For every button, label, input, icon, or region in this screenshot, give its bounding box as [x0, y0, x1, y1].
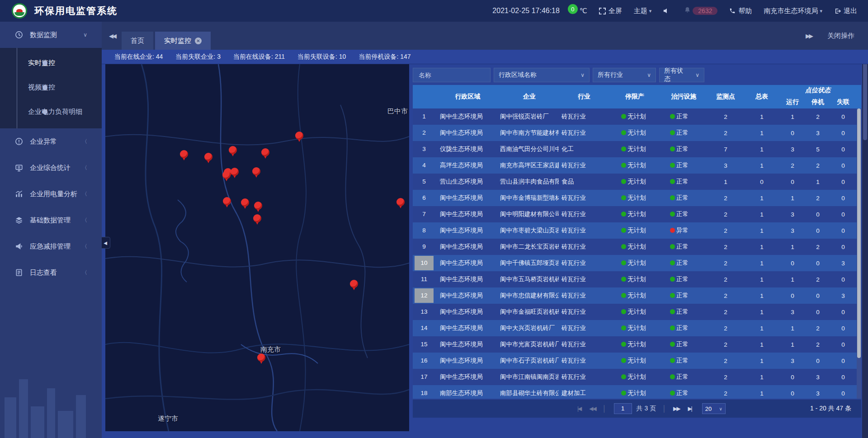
treatment-status-cell: 正常 — [660, 357, 708, 365]
status-dot-icon — [621, 309, 626, 314]
table-row[interactable]: 16阆中生态环境局阆中市石子页岩机砖厂砖瓦行业无计划正常21300 — [413, 353, 861, 369]
monitor-count-cell: 2 — [708, 260, 744, 267]
window-scrollbar[interactable] — [862, 22, 868, 438]
region-filter-select[interactable]: 行政区域名称∨ — [494, 68, 590, 82]
table-row[interactable]: 10阆中生态环境局阆中千佛镇五郎垭页岩砖瓦行业无计划正常21003 — [413, 255, 861, 271]
sidebar-subitem[interactable]: 实时监控 — [0, 51, 102, 75]
company-cell: 阆中明阳建材有限公司 — [500, 210, 559, 218]
table-row[interactable]: 3仪陇生态环境局西南油气田分公司川中化工无计划正常71350 — [413, 141, 861, 157]
map-panel[interactable]: 巴中市南充市遂宁市 — [105, 64, 409, 431]
tabs-scroll-left-button[interactable]: ◀◀ — [109, 33, 115, 39]
monitor-count-cell: 2 — [708, 113, 744, 120]
table-row[interactable]: 18南部生态环境局南部县砌华土砖有限公建材加工无计划正常21030 — [413, 385, 861, 399]
monitor-count-cell: 7 — [708, 146, 744, 153]
sidebar-item-3[interactable]: 企业综合统计〈 — [0, 155, 102, 181]
table-row[interactable]: 9阆中生态环境局阆中市二龙长宝页岩砖砖瓦行业无计划正常21120 — [413, 239, 861, 255]
limit-status-cell: 无计划 — [609, 259, 660, 267]
limit-status-cell: 无计划 — [609, 129, 660, 137]
row-number: 17 — [413, 370, 435, 384]
logout-button[interactable]: 退出 — [834, 7, 857, 15]
limit-status-cell: 无计划 — [609, 357, 660, 365]
notifications-button[interactable]: 2632 — [684, 7, 717, 15]
map-pin[interactable] — [223, 197, 232, 206]
prev-page-button[interactable]: ◀◀ — [589, 405, 595, 412]
sidebar-item-2[interactable]: 企业异常〈 — [0, 128, 102, 155]
theme-menu[interactable]: 主题▾ — [634, 7, 652, 15]
first-page-button[interactable]: |◀ — [577, 405, 581, 412]
company-cell: 营山县润丰肉食品有限 — [500, 178, 559, 186]
map-pin[interactable] — [252, 167, 261, 176]
fullscreen-button[interactable]: 全屏 — [599, 7, 622, 15]
tab-实时监控[interactable]: 实时监控✕ — [155, 32, 211, 50]
map-pin[interactable] — [261, 148, 270, 157]
page-number-input[interactable]: 1 — [614, 403, 632, 414]
status-dot-icon — [621, 342, 626, 347]
map-pin[interactable] — [180, 150, 189, 159]
close-icon[interactable]: ✕ — [195, 38, 202, 44]
map-pin[interactable] — [254, 202, 263, 211]
table-row[interactable]: 2阆中生态环境局阆中市南方节能建材有砖瓦行业无计划正常21030 — [413, 125, 861, 141]
last-page-button[interactable]: ▶| — [688, 405, 691, 412]
sidebar-subitem[interactable]: 企业电力负荷明细 — [0, 99, 102, 124]
table-row[interactable]: 13阆中生态环境局阆中市金福旺页岩机砖砖瓦行业无计划正常21300 — [413, 304, 861, 320]
map-pin[interactable] — [257, 353, 266, 363]
map-pin[interactable] — [350, 280, 359, 289]
lost-count-cell: 0 — [830, 113, 856, 120]
help-button[interactable]: 帮助 — [729, 7, 752, 15]
status-dot-icon — [670, 114, 675, 119]
monitor-count-cell: 2 — [708, 390, 744, 397]
bell-icon — [684, 7, 691, 15]
map-pin[interactable] — [229, 146, 238, 155]
row-number: 9 — [413, 240, 435, 254]
table-row[interactable]: 12阆中生态环境局阆中市忠信建材有限公砖瓦行业无计划正常21003 — [413, 287, 861, 304]
tabs-scroll-right-button[interactable]: ▶▶ — [806, 33, 812, 39]
status-dot-icon — [621, 163, 626, 168]
stopped-count-cell: 0 — [805, 358, 830, 364]
sidebar-item-6[interactable]: 应急减排管理〈 — [0, 233, 102, 259]
sidebar-item-4[interactable]: 企业用电量分析〈 — [0, 181, 102, 207]
status-dot-icon — [621, 195, 626, 200]
status-filter-select[interactable]: 所有状态∨ — [659, 68, 704, 82]
table-row[interactable]: 15阆中生态环境局阆中市光富页岩机砖厂砖瓦行业无计划正常21120 — [413, 336, 861, 353]
sidebar-item-7[interactable]: 日志查看〈 — [0, 259, 102, 286]
table-scrollbar[interactable] — [857, 108, 861, 399]
map-pin[interactable] — [241, 198, 250, 207]
map-pin[interactable] — [204, 153, 213, 162]
table-row[interactable]: 7阆中生态环境局阆中明阳建材有限公司砖瓦行业无计划正常21300 — [413, 206, 861, 222]
row-number: 6 — [413, 191, 435, 205]
sidebar-item-1[interactable]: 数据监测∨ — [0, 22, 102, 48]
org-menu[interactable]: 南充市生态环境局▾ — [764, 7, 822, 15]
table-row[interactable]: 6阆中生态环境局阆中市金博瑞新型墙材砖瓦行业无计划正常21120 — [413, 190, 861, 206]
mute-button[interactable] — [663, 8, 672, 14]
map-pin[interactable] — [222, 171, 231, 180]
name-filter-input[interactable] — [418, 71, 486, 79]
stopped-count-cell: 0 — [805, 260, 830, 267]
map-city-label: 南充市 — [260, 345, 281, 354]
map-pin[interactable] — [295, 132, 304, 141]
table-row[interactable]: 1阆中生态环境局阆中强锐页岩砖厂砖瓦行业无计划正常21120 — [413, 108, 861, 125]
running-count-cell: 1 — [780, 244, 805, 250]
close-operations-button[interactable]: 关闭操作 — [827, 32, 854, 40]
table-row[interactable]: 8阆中生态环境局阆中市枣碧大梁山页岩砖瓦行业无计划异常21300 — [413, 222, 861, 239]
horn-icon — [14, 242, 24, 251]
next-page-button[interactable]: ▶▶ — [673, 405, 679, 412]
row-number: 12 — [413, 288, 435, 303]
page-size-select[interactable]: 20∨ — [702, 403, 726, 414]
region-cell: 阆中生态环境局 — [435, 292, 500, 300]
table-row[interactable]: 14阆中生态环境局阆中大兴页岩机砖厂砖瓦行业无计划正常21120 — [413, 320, 861, 336]
map-pin[interactable] — [253, 214, 262, 223]
sidebar-subitem[interactable]: 视频监控 — [0, 75, 102, 99]
table-row[interactable]: 17阆中生态环境局阆中市江南镇阆南页岩砖瓦行业无计划正常21030 — [413, 369, 861, 385]
table-row[interactable]: 5营山生态环境局营山县润丰肉食品有限食品无计划正常10010 — [413, 174, 861, 190]
table-row[interactable]: 11阆中生态环境局阆中市五马桥页岩机砖砖瓦行业无计划正常21120 — [413, 271, 861, 287]
industry-filter-select[interactable]: 所有行业∨ — [593, 68, 656, 82]
map-pin[interactable] — [396, 198, 406, 207]
tab-首页[interactable]: 首页 — [122, 32, 153, 50]
industry-cell: 砖瓦行业 — [559, 226, 609, 235]
table-row[interactable]: 4高坪生态环境局南充市高坪区王家店建砖瓦行业无计划正常31220 — [413, 157, 861, 174]
map-pin[interactable] — [231, 168, 240, 177]
chevron-down-icon: ∨ — [574, 72, 585, 78]
phone-icon — [729, 8, 736, 14]
sidebar-item-5[interactable]: 基础数据管理〈 — [0, 207, 102, 233]
map-collapse-button[interactable]: ◀ — [100, 237, 110, 249]
